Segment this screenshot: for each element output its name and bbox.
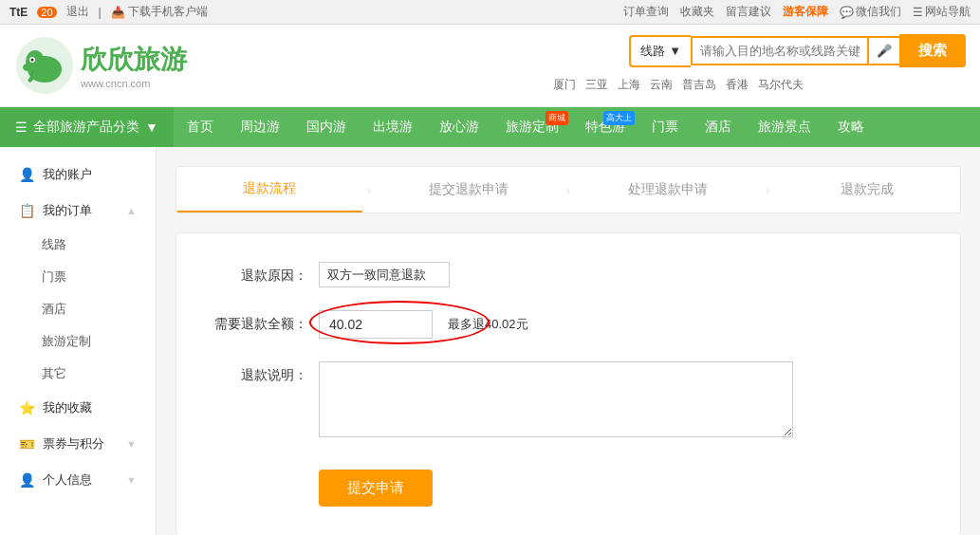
steps-bar: 退款流程 › 提交退款申请 › 处理退款申请 › 退款完成	[176, 166, 961, 213]
site-nav-label: 网站导航	[925, 4, 971, 20]
favorites-link[interactable]: 收藏夹	[680, 4, 714, 20]
header: 欣欣旅游 www.cncn.com 线路 ▼ 🎤 搜索 厦门 三亚 上海 云南	[0, 25, 980, 107]
main-container: 👤 我的账户 📋 我的订单 ▲ 线路 门票 酒店 旅游定制 其它 ⭐ 我的收藏 …	[0, 147, 980, 535]
nav-item-outbound[interactable]: 出境游	[360, 107, 426, 147]
logo-icon	[14, 35, 76, 97]
max-amount-text: 最多退40.02元	[448, 316, 528, 333]
search-input-wrap	[691, 36, 867, 65]
dropdown-icon: ▼	[669, 44, 681, 58]
mic-button[interactable]: 🎤	[867, 36, 899, 65]
nav-all-products[interactable]: ☰ 全部旅游产品分类 ▼	[0, 107, 174, 147]
wechat-label: 微信我们	[856, 4, 901, 20]
nav-all-label: 全部旅游产品分类	[33, 119, 139, 136]
wechat-link[interactable]: 💬 微信我们	[840, 4, 901, 20]
nav-item-attractions[interactable]: 旅游景点	[745, 107, 824, 147]
search-area: 线路 ▼ 🎤 搜索	[629, 34, 966, 67]
profile-arrow: ▼	[126, 474, 137, 486]
sidebar: 👤 我的账户 📋 我的订单 ▲ 线路 门票 酒店 旅游定制 其它 ⭐ 我的收藏 …	[0, 147, 157, 535]
search-input[interactable]	[693, 38, 867, 64]
search-button[interactable]: 搜索	[899, 34, 966, 67]
site-nav-link[interactable]: ☰ 网站导航	[913, 4, 971, 20]
quick-link-hongkong[interactable]: 香港	[726, 77, 749, 93]
reason-select-wrap: 双方一致同意退款 其他原因	[319, 262, 450, 287]
search-type-selector[interactable]: 线路 ▼	[629, 35, 691, 67]
quick-link-maldives[interactable]: 马尔代夫	[758, 77, 804, 93]
step-2: 提交退款申请	[376, 168, 562, 212]
sidebar-sub-other[interactable]: 其它	[0, 358, 156, 390]
orders-icon: 📋	[19, 203, 35, 218]
feedback-link[interactable]: 留言建议	[726, 4, 771, 20]
wechat-icon: 💬	[840, 6, 854, 19]
nav-item-tickets[interactable]: 门票	[638, 107, 692, 147]
logo-text: TtE	[9, 6, 28, 19]
sidebar-vouchers-label: 票券与积分	[43, 435, 104, 452]
amount-wrap	[319, 310, 433, 339]
download-label: 下载手机客户端	[128, 4, 208, 20]
search-type-label: 线路	[640, 43, 665, 60]
quick-link-phuket[interactable]: 普吉岛	[682, 77, 716, 93]
nav-item-guide[interactable]: 攻略	[824, 107, 878, 147]
vouchers-arrow: ▼	[126, 438, 137, 450]
quick-link-yunnan[interactable]: 云南	[650, 77, 673, 93]
order-query-link[interactable]: 订单查询	[623, 4, 669, 20]
sidebar-item-orders[interactable]: 📋 我的订单 ▲	[0, 193, 156, 229]
nav-items: 首页 周边游 国内游 出境游 放心游 旅游定制 商城 特色游 高大上 门票 酒店…	[174, 107, 980, 147]
top-bar: TtE 20 退出 | 📥 下载手机客户端 订单查询 收藏夹 留言建议 游客保障…	[0, 0, 980, 25]
step-3: 处理退款申请	[575, 168, 761, 212]
nav-item-home[interactable]: 首页	[174, 107, 227, 147]
nav-all-arrow: ▼	[145, 120, 158, 135]
step-4: 退款完成	[774, 168, 960, 212]
download-link[interactable]: 📥 下载手机客户端	[111, 4, 208, 20]
nav-item-custom[interactable]: 旅游定制 商城	[492, 107, 572, 147]
profile-icon: 👤	[19, 472, 35, 488]
quick-link-shanghai[interactable]: 上海	[618, 77, 640, 93]
download-icon: 📥	[111, 6, 125, 19]
svg-point-4	[31, 58, 34, 61]
sidebar-sub-custom[interactable]: 旅游定制	[0, 325, 156, 358]
nav-item-relax[interactable]: 放心游	[426, 107, 492, 147]
sidebar-item-favorites[interactable]: ⭐ 我的收藏	[0, 390, 156, 426]
sidebar-sub-routes[interactable]: 线路	[0, 229, 156, 261]
top-bar-left: TtE 20 退出 | 📥 下载手机客户端	[9, 4, 208, 20]
sidebar-item-account[interactable]: 👤 我的账户	[0, 157, 156, 193]
note-textarea[interactable]	[319, 361, 793, 437]
special-badge: 高大上	[603, 111, 635, 125]
nav-item-nearby[interactable]: 周边游	[227, 107, 293, 147]
sidebar-orders-label: 我的订单	[43, 202, 92, 219]
note-control	[319, 361, 793, 437]
brand-name: 欣欣旅游	[81, 45, 187, 74]
form-card: 退款原因： 双方一致同意退款 其他原因 需要退款全额：	[176, 232, 961, 535]
content: 退款流程 › 提交退款申请 › 处理退款申请 › 退款完成 退款原因： 双方一致…	[157, 147, 980, 535]
step-divider-3: ›	[761, 183, 774, 197]
quick-link-sanya[interactable]: 三亚	[585, 77, 608, 93]
nav-item-special[interactable]: 特色游 高大上	[572, 107, 638, 147]
sidebar-sub-tickets[interactable]: 门票	[0, 261, 156, 293]
amount-row: 需要退款全额： 最多退40.02元	[214, 310, 922, 339]
submit-row: 提交申请	[214, 460, 922, 507]
step-divider-2: ›	[562, 183, 575, 197]
custom-badge: 商城	[545, 111, 568, 125]
step-divider-1: ›	[362, 183, 376, 197]
badge-count: 20	[37, 7, 56, 18]
logout-link[interactable]: 退出	[66, 4, 89, 20]
note-label: 退款说明：	[214, 361, 319, 384]
reason-select[interactable]: 双方一致同意退款 其他原因	[319, 262, 450, 287]
sidebar-sub-hotel[interactable]: 酒店	[0, 293, 156, 325]
sidebar-profile-label: 个人信息	[43, 471, 92, 489]
submit-button[interactable]: 提交申请	[319, 470, 433, 507]
nav-item-domestic[interactable]: 国内游	[293, 107, 360, 147]
sidebar-item-profile[interactable]: 👤 个人信息 ▼	[0, 462, 156, 498]
nav-item-hotel[interactable]: 酒店	[692, 107, 745, 147]
quick-links: 厦门 三亚 上海 云南 普吉岛 香港 马尔代夫	[553, 73, 966, 97]
favorites-icon: ⭐	[19, 400, 35, 415]
amount-input[interactable]	[319, 310, 433, 339]
sidebar-account-label: 我的账户	[43, 166, 92, 183]
quick-link-xiamen[interactable]: 厦门	[553, 77, 576, 93]
reason-row: 退款原因： 双方一致同意退款 其他原因	[214, 262, 922, 287]
nav-bar: ☰ 全部旅游产品分类 ▼ 首页 周边游 国内游 出境游 放心游 旅游定制 商城 …	[0, 107, 980, 147]
grid-icon: ☰	[15, 120, 28, 135]
sidebar-item-vouchers[interactable]: 🎫 票券与积分 ▼	[0, 426, 156, 462]
amount-label: 需要退款全额：	[214, 310, 319, 333]
logo-text-area: 欣欣旅游 www.cncn.com	[81, 42, 187, 89]
tourist-protection-link[interactable]: 游客保障	[783, 4, 828, 20]
